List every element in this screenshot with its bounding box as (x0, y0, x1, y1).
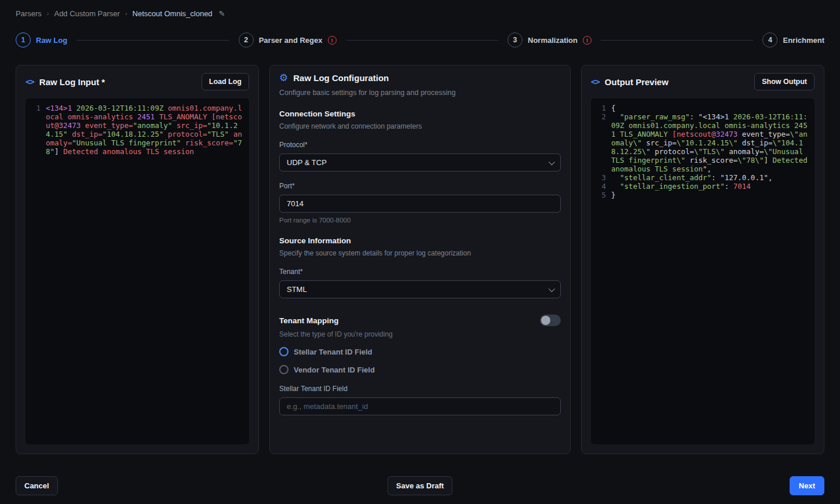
tenant-select[interactable]: STML (279, 280, 561, 298)
config-panel-header: ⚙ Raw Log Configuration (270, 65, 570, 90)
connection-settings-heading: Connection Settings (279, 109, 561, 118)
cancel-button[interactable]: Cancel (16, 476, 58, 495)
radio-selected-icon (279, 347, 288, 356)
code-line: 1<134>1 2026-03-12T16:11:09Z omnis01.com… (30, 104, 244, 156)
source-information-heading: Source Information (279, 236, 561, 245)
code-brackets-icon: <> (25, 77, 34, 86)
save-as-draft-button[interactable]: Save as Draft (388, 476, 452, 495)
line-number: 1 (596, 104, 606, 112)
breadcrumb: Parsers › Add Custom Parser › Netscout O… (16, 0, 824, 19)
code-line: 4 "stellar_ingestion_port": 7014 (596, 182, 810, 191)
stellar-tenant-id-radio[interactable]: Stellar Tenant ID Field (279, 347, 561, 356)
radio-label: Stellar Tenant ID Field (294, 348, 372, 356)
toggle-knob (541, 316, 550, 325)
code-line: 2 "parser_raw_msg": "<134>1 2026-03-12T1… (596, 112, 810, 173)
warning-icon: ! (328, 36, 337, 45)
step-label: Raw Log (36, 36, 67, 45)
step-number: 2 (239, 32, 254, 48)
step-enrichment[interactable]: 4 Enrichment (762, 32, 824, 48)
step-connector (76, 40, 229, 41)
raw-log-editor[interactable]: 1<134>1 2026-03-12T16:11:09Z omnis01.com… (25, 98, 249, 444)
port-input[interactable] (279, 195, 561, 213)
port-label: Port* (279, 182, 561, 190)
connection-settings-subheading: Configure network and connection paramet… (279, 122, 561, 130)
radio-label: Vendor Tenant ID Field (294, 366, 375, 374)
warning-icon: ! (583, 36, 591, 45)
output-panel-header: <> Output Preview Show Output (582, 65, 824, 97)
raw-log-configuration-panel: ⚙ Raw Log Configuration Configure basic … (269, 65, 571, 454)
raw-log-input-panel: <> Raw Log Input * Load Log 1<134>1 2026… (16, 65, 259, 454)
port-hint: Port range is 7000-8000 (279, 217, 561, 224)
next-button[interactable]: Next (790, 476, 824, 495)
radio-unselected-icon (279, 365, 288, 374)
step-connector (346, 40, 499, 41)
show-output-button[interactable]: Show Output (754, 73, 815, 90)
step-label: Normalization (528, 36, 578, 45)
step-number: 3 (507, 32, 523, 48)
tenant-mapping-row: Tenant Mapping (279, 315, 561, 326)
breadcrumb-item-parser-name: Netscout Omnis_cloned (133, 9, 213, 18)
step-raw-log[interactable]: 1 Raw Log (16, 32, 67, 48)
code-line: 5} (596, 191, 810, 199)
tenant-label: Tenant* (279, 268, 561, 276)
tenant-mapping-toggle[interactable] (540, 315, 561, 326)
tenant-mapping-subheading: Select the type of ID you're providing (279, 330, 561, 338)
step-label: Parser and Regex (259, 36, 323, 45)
step-label: Enrichment (783, 36, 824, 45)
chevron-down-icon (549, 158, 555, 165)
line-number: 2 (596, 112, 606, 173)
line-number: 1 (30, 104, 41, 156)
source-information-subheading: Specify the source system details for pr… (279, 249, 561, 257)
tenant-selected-value: STML (287, 285, 307, 294)
config-panel-subtitle: Configure basic settings for log parsing… (270, 89, 570, 97)
chevron-right-icon: › (47, 10, 49, 17)
code-line: 3 "stellar_client_addr": "127.0.0.1", (596, 173, 810, 182)
step-normalization[interactable]: 3 Normalization ! (507, 32, 591, 48)
chevron-right-icon: › (125, 10, 127, 17)
breadcrumb-item-parsers[interactable]: Parsers (16, 9, 42, 18)
output-preview-panel: <> Output Preview Show Output 1{2 "parse… (581, 65, 824, 454)
page: Parsers › Add Custom Parser › Netscout O… (0, 0, 840, 504)
step-parser-and-regex[interactable]: 2 Parser and Regex ! (239, 32, 337, 48)
main-content: <> Raw Log Input * Load Log 1<134>1 2026… (16, 65, 824, 454)
gear-icon: ⚙ (279, 73, 288, 83)
line-number: 4 (596, 182, 606, 191)
code-brackets-icon: <> (591, 77, 600, 86)
line-number: 3 (596, 173, 606, 182)
code-line: 1{ (596, 104, 810, 112)
stellar-tenant-id-field-input[interactable] (279, 397, 561, 415)
tenant-mapping-heading: Tenant Mapping (279, 316, 339, 325)
step-connector (601, 40, 754, 41)
output-code: 1{2 "parser_raw_msg": "<134>1 2026-03-12… (591, 98, 815, 444)
load-log-button[interactable]: Load Log (202, 73, 249, 90)
protocol-selected-value: UDP & TCP (287, 158, 327, 167)
stepper: 1 Raw Log 2 Parser and Regex ! 3 Normali… (16, 19, 824, 65)
edit-pencil-icon[interactable]: ✎ (219, 9, 225, 18)
step-number: 4 (762, 32, 777, 48)
config-panel-title: Raw Log Configuration (293, 73, 561, 83)
protocol-label: Protocol* (279, 141, 561, 149)
output-panel-title: Output Preview (605, 77, 749, 87)
raw-log-panel-title: Raw Log Input * (39, 77, 196, 87)
vendor-tenant-id-radio[interactable]: Vendor Tenant ID Field (279, 365, 561, 374)
protocol-select[interactable]: UDP & TCP (279, 154, 561, 171)
raw-log-panel-header: <> Raw Log Input * Load Log (16, 65, 258, 97)
stellar-tenant-id-field-label: Stellar Tenant ID Field (279, 385, 561, 393)
breadcrumb-item-add-custom-parser[interactable]: Add Custom Parser (54, 9, 119, 18)
line-number: 5 (596, 191, 606, 199)
step-number: 1 (16, 32, 31, 48)
chevron-down-icon (549, 285, 555, 291)
config-form: Connection Settings Configure network an… (270, 97, 570, 454)
footer-bar: Cancel Save as Draft Next (16, 454, 824, 504)
